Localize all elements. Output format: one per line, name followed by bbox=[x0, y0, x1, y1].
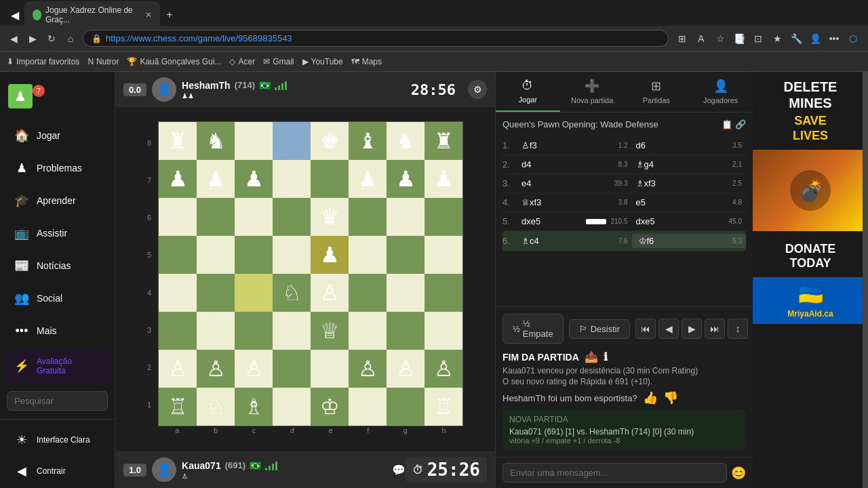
thumbs-up-button[interactable]: 👍 bbox=[643, 390, 658, 405]
board-cell[interactable] bbox=[311, 350, 349, 388]
sidebar-item-contrair[interactable]: ◀ Contrair bbox=[4, 456, 111, 486]
nav-next-button[interactable]: ▶ bbox=[682, 319, 702, 339]
board-cell[interactable] bbox=[387, 236, 425, 274]
board-cell[interactable]: ♖ bbox=[425, 388, 462, 426]
bookmark-import[interactable]: ⬇ Importar favoritos bbox=[7, 57, 79, 66]
move-white-3[interactable]: e4 39.3 bbox=[517, 177, 632, 190]
emoji-button[interactable]: 😊 bbox=[731, 466, 746, 481]
tab-close-button[interactable]: ✕ bbox=[145, 10, 152, 20]
move-black-1[interactable]: d6 3.5 bbox=[632, 139, 747, 152]
edge-icon[interactable]: ⬡ bbox=[845, 30, 861, 47]
nav-prev-button[interactable]: ◀ bbox=[658, 319, 679, 339]
board-cell[interactable]: ♙ bbox=[235, 350, 273, 388]
board-cell[interactable] bbox=[197, 236, 235, 274]
chat-notification-button[interactable]: 💬 bbox=[392, 464, 406, 476]
board-cell[interactable]: ♜ bbox=[425, 122, 462, 160]
board-cell[interactable] bbox=[425, 198, 462, 236]
tab-nova-partida[interactable]: ➕ Nova partida bbox=[560, 72, 625, 112]
thumbs-down-button[interactable]: 👎 bbox=[663, 390, 678, 405]
board-cell[interactable] bbox=[235, 122, 273, 160]
board-cell[interactable]: ♟ bbox=[235, 160, 273, 198]
board-cell[interactable] bbox=[159, 198, 197, 236]
board-cell[interactable] bbox=[273, 312, 311, 350]
share-btn[interactable]: 📤 bbox=[585, 350, 598, 363]
sidebar-item-interface-clara[interactable]: ☀ Interface Clara bbox=[4, 425, 111, 455]
board-cell[interactable]: ♘ bbox=[273, 274, 311, 312]
favorites-button[interactable]: ★ bbox=[769, 30, 785, 47]
board-cell[interactable]: ♟ bbox=[425, 160, 462, 198]
board-cell[interactable]: ♘ bbox=[197, 388, 235, 426]
board-cell[interactable] bbox=[197, 274, 235, 312]
board-cell[interactable]: ♟ bbox=[387, 160, 425, 198]
board-cell[interactable]: ♖ bbox=[159, 388, 197, 426]
board-cell[interactable]: ♛ bbox=[311, 198, 349, 236]
bookmark-nutror[interactable]: N Nutror bbox=[87, 57, 119, 66]
board-cell[interactable]: ♙ bbox=[159, 350, 197, 388]
move-black-4[interactable]: e5 4.8 bbox=[632, 196, 747, 209]
board-cell[interactable]: ♙ bbox=[311, 274, 349, 312]
sidebar-item-jogar[interactable]: 🏠 Jogar bbox=[4, 121, 111, 150]
extensions-button[interactable]: ⊞ bbox=[674, 30, 690, 47]
sidebar-item-avaliacao[interactable]: ⚡ AvaliaçãoGratuita bbox=[4, 350, 111, 383]
board-cell[interactable] bbox=[159, 274, 197, 312]
move-white-2[interactable]: d4 8.3 bbox=[517, 158, 632, 171]
split-button[interactable]: ⊡ bbox=[750, 30, 766, 47]
board-cell[interactable]: ♙ bbox=[349, 350, 387, 388]
board-cell[interactable] bbox=[235, 198, 273, 236]
board-cell[interactable] bbox=[349, 312, 387, 350]
empate-button[interactable]: ½ ½ Empate bbox=[502, 314, 564, 344]
board-cell[interactable] bbox=[273, 236, 311, 274]
move-black-2[interactable]: ♗g4 2.1 bbox=[632, 158, 747, 171]
board-cell[interactable] bbox=[349, 198, 387, 236]
back-btn[interactable]: ◀ bbox=[5, 5, 24, 24]
board-cell[interactable] bbox=[273, 160, 311, 198]
nav-last-button[interactable]: ⏭ bbox=[705, 319, 725, 339]
sidebar-item-social[interactable]: 👥 Social bbox=[4, 283, 111, 313]
share-icon[interactable]: 🔗 bbox=[735, 119, 746, 129]
board-cell[interactable]: ♟ bbox=[349, 160, 387, 198]
board-cell[interactable] bbox=[273, 350, 311, 388]
chess-logo[interactable]: ♟ bbox=[8, 84, 33, 108]
move-black-5[interactable]: dxe5 45.0 bbox=[632, 215, 747, 228]
board-cell[interactable] bbox=[311, 160, 349, 198]
board-cell[interactable]: ♟ bbox=[197, 160, 235, 198]
board-cell[interactable]: ♝ bbox=[349, 122, 387, 160]
nav-first-button[interactable]: ⏮ bbox=[635, 319, 656, 339]
board-cell[interactable] bbox=[425, 312, 462, 350]
board-cell[interactable]: ♞ bbox=[387, 122, 425, 160]
bookmark-acer[interactable]: ◇ Acer bbox=[229, 57, 255, 66]
board-cell[interactable] bbox=[425, 274, 462, 312]
chat-input[interactable] bbox=[502, 463, 727, 483]
board-cell[interactable] bbox=[273, 388, 311, 426]
info-btn[interactable]: ℹ bbox=[604, 350, 608, 363]
tab-jogar[interactable]: ⏱ Jogar bbox=[496, 72, 560, 112]
back-button[interactable]: ◀ bbox=[7, 32, 20, 45]
board-cell[interactable] bbox=[197, 198, 235, 236]
board-cell[interactable]: ♞ bbox=[197, 122, 235, 160]
board-cell[interactable]: ♟ bbox=[311, 236, 349, 274]
active-tab[interactable]: Jogue Xadrez Online de Graç... ✕ bbox=[24, 1, 160, 28]
address-bar[interactable]: 🔒 https://www.chess.com/game/live/956898… bbox=[83, 30, 669, 47]
copy-icon[interactable]: 📋 bbox=[722, 119, 732, 129]
board-cell[interactable]: ♜ bbox=[159, 122, 197, 160]
board-cell[interactable] bbox=[349, 274, 387, 312]
move-white-4[interactable]: ♕xf3 3.8 bbox=[517, 196, 632, 209]
board-cell[interactable]: ♙ bbox=[425, 350, 462, 388]
board-cell[interactable] bbox=[349, 236, 387, 274]
bookmark-kaua[interactable]: 🏆 Kauã Gonçalves Gui... bbox=[127, 57, 221, 66]
star-button[interactable]: ☆ bbox=[712, 30, 728, 47]
board-cell[interactable] bbox=[197, 312, 235, 350]
board-cell[interactable] bbox=[425, 236, 462, 274]
tools-button[interactable]: 🔧 bbox=[788, 30, 804, 47]
board-cell[interactable] bbox=[387, 198, 425, 236]
board-cell[interactable]: ♚ bbox=[311, 122, 349, 160]
forward-button[interactable]: ▶ bbox=[26, 32, 39, 45]
board-cell[interactable] bbox=[273, 198, 311, 236]
chess-board-grid[interactable]: ♜♞♚♝♞♜♟♟♟♟♟♟♛♟♘♙♕♙♙♙♙♙♙♖♘♗♔♖ bbox=[158, 121, 463, 426]
board-cell[interactable]: ♙ bbox=[387, 350, 425, 388]
sidebar-item-mais[interactable]: ••• Mais bbox=[4, 316, 111, 346]
bookmark-gmail[interactable]: ✉ Gmail bbox=[263, 57, 294, 66]
board-cell[interactable]: ♗ bbox=[235, 388, 273, 426]
board-cell[interactable] bbox=[387, 388, 425, 426]
board-cell[interactable] bbox=[159, 236, 197, 274]
